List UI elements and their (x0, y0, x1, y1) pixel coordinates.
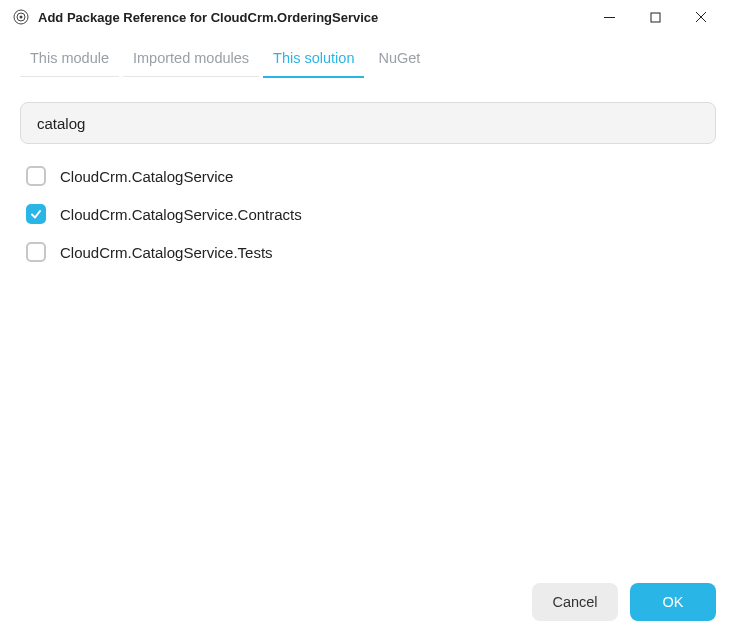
tab-label: This solution (273, 50, 354, 66)
checkbox[interactable] (26, 204, 46, 224)
tab-nuget[interactable]: NuGet (368, 40, 430, 78)
tab-label: NuGet (378, 50, 420, 66)
title-bar: Add Package Reference for CloudCrm.Order… (0, 0, 736, 34)
tab-this-solution[interactable]: This solution (263, 40, 364, 78)
svg-point-2 (20, 16, 23, 19)
maximize-button[interactable] (632, 1, 678, 33)
item-label: CloudCrm.CatalogService.Contracts (60, 206, 302, 223)
checkbox[interactable] (26, 166, 46, 186)
tab-label: This module (30, 50, 109, 66)
svg-rect-4 (651, 13, 660, 22)
svg-line-6 (696, 12, 706, 22)
window-controls (586, 1, 724, 33)
results-list: CloudCrm.CatalogService CloudCrm.Catalog… (20, 166, 716, 262)
close-button[interactable] (678, 1, 724, 33)
tab-label: Imported modules (133, 50, 249, 66)
window-title: Add Package Reference for CloudCrm.Order… (38, 10, 586, 25)
list-item[interactable]: CloudCrm.CatalogService.Contracts (26, 204, 716, 224)
footer: Cancel OK (0, 567, 736, 643)
list-item[interactable]: CloudCrm.CatalogService (26, 166, 716, 186)
item-label: CloudCrm.CatalogService.Tests (60, 244, 273, 261)
item-label: CloudCrm.CatalogService (60, 168, 233, 185)
content-area: CloudCrm.CatalogService CloudCrm.Catalog… (0, 78, 736, 567)
minimize-button[interactable] (586, 1, 632, 33)
ok-button[interactable]: OK (630, 583, 716, 621)
tab-imported-modules[interactable]: Imported modules (123, 40, 259, 78)
checkbox[interactable] (26, 242, 46, 262)
app-icon (12, 8, 30, 26)
tabs: This module Imported modules This soluti… (0, 34, 736, 78)
list-item[interactable]: CloudCrm.CatalogService.Tests (26, 242, 716, 262)
tab-this-module[interactable]: This module (20, 40, 119, 78)
cancel-button[interactable]: Cancel (532, 583, 618, 621)
search-input[interactable] (20, 102, 716, 144)
svg-line-5 (696, 12, 706, 22)
